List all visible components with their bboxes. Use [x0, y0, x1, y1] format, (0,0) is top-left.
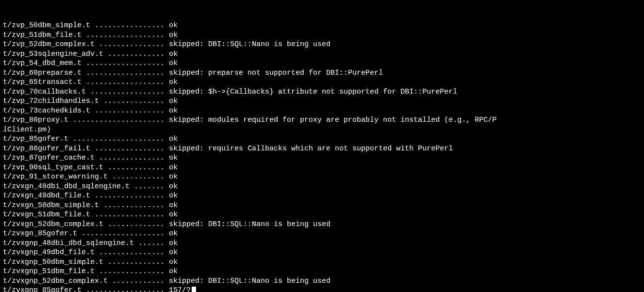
- test-line: t/zvp_52dbm_complex.t ............... sk…: [3, 40, 641, 49]
- test-line: t/zvp_87gofer_cache.t ............... ok: [3, 153, 641, 163]
- test-line: t/zvxgn_48dbi_dbd_sqlengine.t ....... ok: [3, 182, 641, 192]
- test-line-wrap: lClient.pm): [3, 125, 641, 135]
- test-line: t/zvxgnp_50dbm_simple.t ............. ok: [3, 258, 641, 267]
- test-line: t/zvp_70callbacks.t ................. sk…: [3, 87, 641, 97]
- test-line: t/zvp_51dbm_file.t .................. ok: [3, 31, 641, 40]
- terminal-window[interactable]: t/zvp_50dbm_simple.t ................ ok…: [0, 0, 644, 292]
- test-line: t/zvxgnp_48dbi_dbd_sqlengine.t ...... ok: [3, 239, 641, 248]
- test-line: t/zvxgn_85gofer.t ................... ok: [3, 229, 641, 239]
- test-line: t/zvp_91_store_warning.t ............ ok: [3, 172, 641, 182]
- test-line: t/zvp_53sqlengine_adv.t ............. ok: [3, 49, 641, 59]
- terminal-output: t/zvp_50dbm_simple.t ................ ok…: [3, 21, 641, 292]
- test-line: t/zvp_50dbm_simple.t ................ ok: [3, 21, 641, 31]
- test-line: t/zvxgnp_52dbm_complex.t ............ sk…: [3, 276, 641, 286]
- test-line: t/zvxgn_49dbd_file.t ................ ok: [3, 191, 641, 201]
- test-line: t/zvp_90sql_type_cast.t ............. ok: [3, 163, 641, 173]
- test-line: t/zvxgn_51dbm_file.t ................ ok: [3, 210, 641, 220]
- test-line: t/zvxgnp_85gofer.t .................. 15…: [3, 286, 641, 292]
- test-line: t/zvxgnp_49dbd_file.t ............... ok: [3, 248, 641, 258]
- test-line: t/zvp_72childhandles.t .............. ok: [3, 97, 641, 106]
- test-line: t/zvp_54_dbd_mem.t .................. ok: [3, 59, 641, 68]
- test-line: t/zvxgnp_51dbm_file.t ............... ok: [3, 267, 641, 276]
- test-line: t/zvp_73cachedkids.t ................ ok: [3, 106, 641, 116]
- test-line: t/zvxgn_50dbm_simple.t .............. ok: [3, 201, 641, 211]
- test-line: t/zvxgn_52dbm_complex.t ............. sk…: [3, 220, 641, 229]
- test-line: t/zvp_60preparse.t .................. sk…: [3, 68, 641, 78]
- test-line: t/zvp_86gofer_fail.t ................ sk…: [3, 144, 641, 154]
- test-line: t/zvp_65transact.t .................. ok: [3, 78, 641, 87]
- cursor: [192, 287, 196, 292]
- test-line: t/zvp_85gofer.t ..................... ok: [3, 134, 641, 144]
- test-line: t/zvp_80proxy.t ..................... sk…: [3, 115, 641, 125]
